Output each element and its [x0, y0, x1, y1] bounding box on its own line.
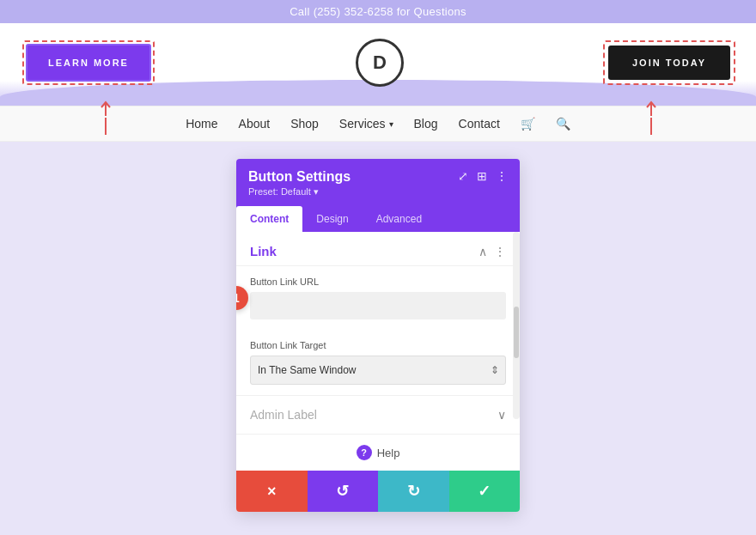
section-more-icon[interactable]: ⋮ [494, 245, 506, 258]
search-icon[interactable]: 🔍 [556, 117, 570, 131]
top-bar-text: Call (255) 352-6258 for Questions [290, 5, 466, 18]
section-controls: ∧ ⋮ [479, 245, 506, 258]
header-right: JOIN TODAY [608, 46, 730, 80]
top-bar: Call (255) 352-6258 for Questions [0, 0, 756, 23]
help-section: ? Help [236, 434, 520, 471]
nav-item-services[interactable]: Services ▾ [339, 117, 393, 131]
logo-letter: D [373, 52, 387, 74]
link-section-title: Link [250, 244, 277, 258]
target-select[interactable]: In The Same Window In A New Tab [250, 356, 506, 385]
nav-item-home[interactable]: Home [186, 117, 217, 131]
logo-circle: D [356, 39, 404, 87]
tab-advanced[interactable]: Advanced [363, 206, 436, 232]
header: LEARN MORE D JOIN TODAY [0, 23, 756, 106]
panel-preset[interactable]: Preset: Default [248, 186, 351, 198]
cart-icon[interactable]: 🛒 [521, 117, 535, 131]
panel-header-icons: ⤢ ⊞ ⋮ [458, 169, 508, 183]
button-settings-panel: Button Settings Preset: Default ⤢ ⊞ ⋮ Co… [236, 159, 520, 512]
collapse-icon[interactable]: ∧ [479, 245, 487, 258]
link-section-header: Link ∧ ⋮ [236, 232, 520, 266]
nav-item-about[interactable]: About [239, 117, 271, 131]
learn-more-button[interactable]: LEARN MORE [26, 44, 151, 82]
redo-button[interactable]: ↻ [378, 471, 449, 512]
panel-body: Link ∧ ⋮ 1 Button Link URL Button Link T… [236, 232, 520, 471]
admin-chevron-icon[interactable]: ∨ [497, 408, 506, 422]
target-select-wrap: In The Same Window In A New Tab ⇕ [250, 356, 506, 385]
save-button[interactable]: ✓ [449, 471, 521, 512]
save-icon: ✓ [478, 482, 491, 501]
header-logo: D [356, 39, 404, 87]
tab-design[interactable]: Design [302, 206, 362, 232]
target-label: Button Link Target [250, 340, 506, 350]
join-today-button[interactable]: JOIN TODAY [608, 46, 730, 80]
url-input[interactable] [250, 292, 506, 319]
panel-title-area: Button Settings Preset: Default [248, 169, 351, 198]
help-text: Help [377, 447, 400, 459]
more-icon[interactable]: ⋮ [496, 169, 508, 183]
url-label: Button Link URL [250, 277, 506, 287]
cancel-button[interactable]: × [236, 471, 308, 512]
step-badge: 1 [236, 286, 248, 310]
panel-scrollbar-thumb [514, 307, 519, 358]
redo-icon: ↻ [407, 482, 420, 501]
panel-footer: × ↺ ↻ ✓ [236, 471, 520, 512]
columns-icon[interactable]: ⊞ [477, 169, 487, 183]
target-field-group: Button Link Target In The Same Window In… [236, 330, 520, 395]
cancel-icon: × [267, 483, 277, 501]
tab-content[interactable]: Content [236, 206, 302, 232]
panel-tabs: Content Design Advanced [236, 206, 520, 232]
navigation: Home About Shop Services ▾ Blog Contact … [0, 106, 756, 142]
admin-label-text: Admin Label [250, 408, 317, 422]
right-arrow-icon [645, 100, 657, 118]
nav-services-label: Services [339, 117, 386, 131]
chevron-down-icon: ▾ [389, 119, 393, 129]
nav-item-blog[interactable]: Blog [414, 117, 438, 131]
admin-label-section: Admin Label ∨ [236, 395, 520, 434]
panel-title: Button Settings [248, 169, 351, 185]
nav-item-shop[interactable]: Shop [290, 117, 319, 131]
nav-item-contact[interactable]: Contact [459, 117, 500, 131]
url-field-group: 1 Button Link URL [236, 266, 520, 330]
main-content: Button Settings Preset: Default ⤢ ⊞ ⋮ Co… [0, 142, 756, 529]
panel-scrollbar[interactable] [513, 232, 520, 419]
undo-button[interactable]: ↺ [308, 471, 379, 512]
left-arrow-icon [100, 100, 112, 118]
header-left: LEARN MORE [26, 44, 151, 82]
expand-icon[interactable]: ⤢ [458, 169, 468, 183]
help-icon[interactable]: ? [357, 445, 372, 460]
panel-header: Button Settings Preset: Default ⤢ ⊞ ⋮ [236, 159, 520, 206]
undo-icon: ↺ [336, 482, 349, 501]
